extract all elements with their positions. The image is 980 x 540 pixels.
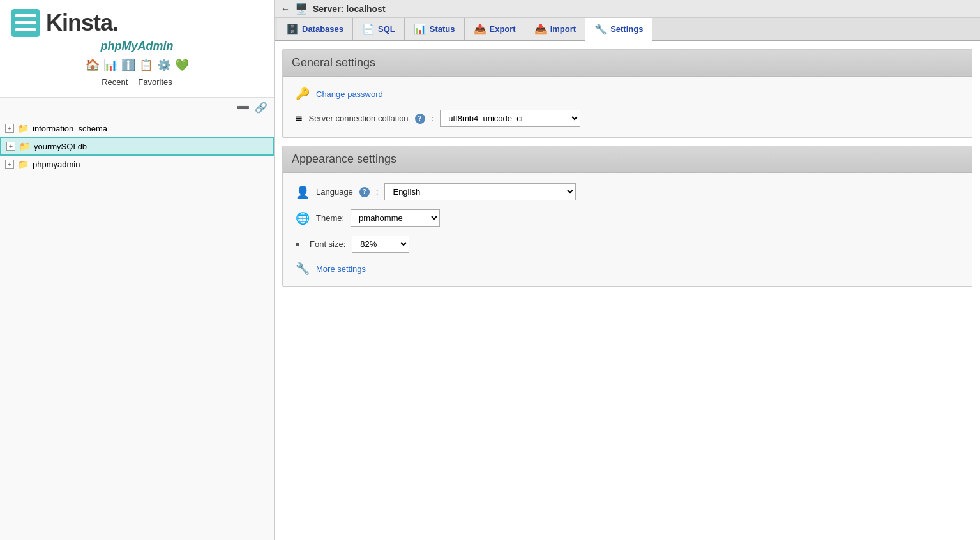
favorites-link[interactable]: Favorites [138,77,172,87]
db-folder-icon: 📁 [18,123,29,133]
tab-export-label: Export [490,24,516,34]
gear-icon[interactable]: ⚙️ [157,58,171,72]
db-item-phpmyadmin[interactable]: + 📁 phpmyadmin [0,156,274,172]
expand-btn-yourmysqldb[interactable]: + [6,142,15,151]
export-tab-icon: 📤 [474,23,486,35]
status-tab-icon: 📊 [414,23,426,35]
general-settings-header: General settings [283,50,972,77]
db-name-yourmysqldb[interactable]: yourmySQLdb [34,142,87,151]
tab-sql-label: SQL [378,24,395,34]
brand-name: Kinsta. [46,10,118,36]
theme-label: Theme: [316,213,344,223]
language-icon: 👤 [296,185,310,199]
collapse-icon[interactable]: ➖ [237,101,250,114]
db-folder-icon-phpmyadmin: 📁 [18,159,29,169]
tab-databases-label: Databases [302,24,343,34]
refresh-icon[interactable]: 💚 [175,58,189,72]
svg-rect-2 [15,21,36,24]
bullet-icon [296,243,299,246]
expand-btn-information-schema[interactable]: + [5,124,14,133]
db-name-phpmyadmin[interactable]: phpmyadmin [33,160,80,169]
app-sub-title: phpMyAdmin [10,40,264,53]
appearance-settings-body: 👤 Language ? : English 🌐 Theme: pmahomme [283,173,972,286]
main-content: ← 🖥️ Server: localhost 🗄️ Databases 📄 SQ… [275,0,980,540]
db-item-information-schema[interactable]: + 📁 information_schema [0,120,274,137]
db-folder-icon-selected: 📁 [19,141,30,151]
nav-links: Recent Favorites [10,75,264,92]
language-separator: : [376,187,379,197]
more-settings-link[interactable]: More settings [316,264,366,274]
general-settings-section: General settings 🔑 Change password ≡ Ser… [282,49,972,138]
tab-databases[interactable]: 🗄️ Databases [277,18,353,40]
language-label: Language [316,187,353,197]
theme-icon: 🌐 [296,211,310,225]
tab-status-label: Status [430,24,455,34]
svg-rect-1 [15,14,36,17]
password-icon: 🔑 [296,87,310,101]
database-list: + 📁 information_schema + 📁 yourmySQLdb +… [0,117,274,540]
collation-separator: : [432,114,434,123]
collation-help-icon[interactable]: ? [415,114,425,124]
tab-sql[interactable]: 📄 SQL [353,18,405,40]
tab-settings-label: Settings [610,24,643,34]
link-icon[interactable]: 🔗 [255,101,268,114]
fontsize-label: Font size: [310,239,345,249]
general-settings-title: General settings [292,56,375,69]
language-select[interactable]: English [384,183,576,200]
home-icon[interactable]: 🏠 [86,58,100,72]
collation-row: ≡ Server connection collation ? : utf8mb… [296,110,959,127]
clipboard-icon[interactable]: 📋 [139,58,153,72]
server-icon: 🖥️ [295,3,308,15]
server-title: Server: localhost [313,4,386,14]
collation-icon: ≡ [296,112,303,125]
tab-settings[interactable]: 🔧 Settings [585,18,652,41]
databases-tab-icon: 🗄️ [286,23,299,35]
sql-tab-icon: 📄 [362,23,375,35]
content-area: General settings 🔑 Change password ≡ Ser… [275,41,980,540]
language-row: 👤 Language ? : English [296,183,959,200]
appearance-settings-section: Appearance settings 👤 Language ? : Engli… [282,146,972,287]
more-settings-icon: 🔧 [296,262,310,276]
svg-rect-3 [15,28,36,31]
collation-label: Server connection collation [309,114,409,123]
nav-tabs: 🗄️ Databases 📄 SQL 📊 Status 📤 Export 📥 I… [275,18,980,41]
expand-btn-phpmyadmin[interactable]: + [5,160,14,169]
tab-export[interactable]: 📤 Export [465,18,525,40]
info-icon[interactable]: ℹ️ [121,58,135,72]
tab-import[interactable]: 📥 Import [525,18,585,40]
kinsta-logo-icon [10,8,41,38]
recent-link[interactable]: Recent [102,77,128,87]
appearance-settings-header: Appearance settings [283,146,972,173]
chart-icon[interactable]: 📊 [103,58,117,72]
db-item-yourmysqldb[interactable]: + 📁 yourmySQLdb [0,137,274,156]
sidebar: Kinsta. phpMyAdmin 🏠 📊 ℹ️ 📋 ⚙️ 💚 Recent … [0,0,275,540]
title-bar: ← 🖥️ Server: localhost [275,0,980,18]
db-name-information-schema[interactable]: information_schema [33,124,107,133]
db-toolbar: ➖ 🔗 [0,98,274,117]
theme-row: 🌐 Theme: pmahomme [296,209,959,227]
theme-select[interactable]: pmahomme [351,209,440,227]
fontsize-select[interactable]: 82% [352,236,409,253]
more-settings-row: 🔧 More settings [296,262,959,276]
general-settings-body: 🔑 Change password ≡ Server connection co… [283,77,972,137]
change-password-row: 🔑 Change password [296,87,959,101]
logo-area: Kinsta. phpMyAdmin 🏠 📊 ℹ️ 📋 ⚙️ 💚 Recent … [0,0,274,98]
sidebar-toolbar: 🏠 📊 ℹ️ 📋 ⚙️ 💚 [10,58,264,72]
tab-status[interactable]: 📊 Status [405,18,465,40]
change-password-link[interactable]: Change password [316,89,383,99]
fontsize-row: Font size: 82% [296,236,959,253]
settings-tab-icon: 🔧 [594,23,607,35]
collation-select[interactable]: utf8mb4_unicode_ci [440,110,580,127]
language-help-icon[interactable]: ? [359,187,370,197]
appearance-settings-title: Appearance settings [292,153,396,165]
import-tab-icon: 📥 [534,23,547,35]
tab-import-label: Import [550,24,576,34]
back-button[interactable]: ← [281,4,290,14]
